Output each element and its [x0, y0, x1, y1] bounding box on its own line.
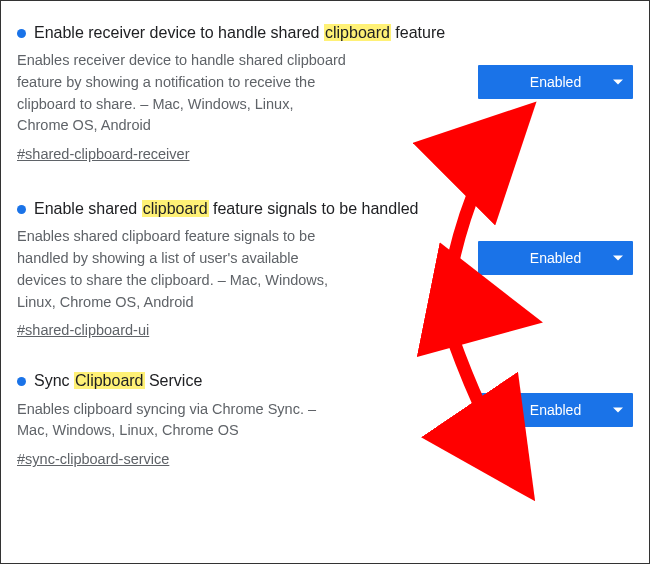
flag-description: Enables receiver device to handle shared… [17, 50, 347, 137]
flag-anchor-link[interactable]: #shared-clipboard-ui [17, 322, 149, 338]
chevron-down-icon [613, 256, 623, 261]
title-pre: Sync [34, 372, 74, 389]
chevron-down-icon [613, 80, 623, 85]
title-pre: Enable receiver device to handle shared [34, 24, 324, 41]
flag-state-dropdown[interactable]: Enabled [478, 393, 633, 427]
flag-title: Enable receiver device to handle shared … [17, 21, 454, 44]
flag-state-dropdown[interactable]: Enabled [478, 241, 633, 275]
title-pre: Enable shared [34, 200, 142, 217]
flag-row: Enable shared clipboard feature signals … [17, 189, 633, 365]
flag-row: Enable receiver device to handle shared … [17, 13, 633, 189]
flag-anchor-link[interactable]: #sync-clipboard-service [17, 451, 169, 467]
bullet-icon [17, 205, 26, 214]
flag-state-dropdown[interactable]: Enabled [478, 65, 633, 99]
title-post: feature [391, 24, 445, 41]
flag-row: Sync Clipboard Service Enables clipboard… [17, 365, 633, 494]
title-highlight: clipboard [324, 24, 391, 41]
flag-description: Enables shared clipboard feature signals… [17, 226, 347, 313]
dropdown-value: Enabled [530, 402, 581, 418]
flag-anchor-link[interactable]: #shared-clipboard-receiver [17, 146, 189, 162]
flag-description: Enables clipboard syncing via Chrome Syn… [17, 399, 347, 443]
chevron-down-icon [613, 408, 623, 413]
bullet-icon [17, 377, 26, 386]
bullet-icon [17, 29, 26, 38]
title-post: Service [145, 372, 203, 389]
flag-title: Sync Clipboard Service [17, 369, 454, 392]
flag-title: Enable shared clipboard feature signals … [17, 197, 454, 220]
dropdown-value: Enabled [530, 74, 581, 90]
title-post: feature signals to be handled [209, 200, 419, 217]
title-highlight: Clipboard [74, 372, 144, 389]
dropdown-value: Enabled [530, 250, 581, 266]
title-highlight: clipboard [142, 200, 209, 217]
